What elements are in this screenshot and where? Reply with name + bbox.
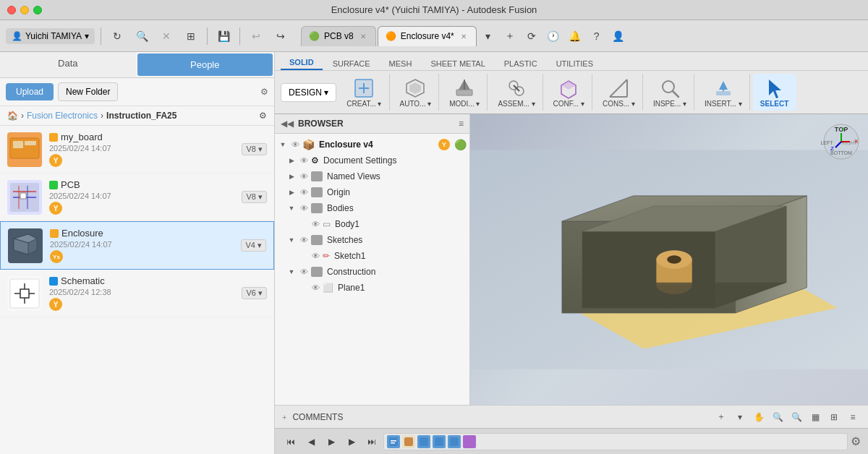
ribbon-assemble-button[interactable]: ASSEM... ▾ — [495, 75, 537, 109]
search-button[interactable]: 🔍 — [132, 26, 152, 46]
ribbon-tab-plastic[interactable]: PLASTIC — [495, 57, 546, 70]
timeline-item-5[interactable] — [448, 435, 461, 448]
pcb-version[interactable]: V8 ▾ — [242, 191, 267, 203]
file-item-schematic[interactable]: Schematic 2025/02/24 12:38 Y V6 ▾ — [0, 270, 274, 317]
file-item-pcb[interactable]: PCB 2025/02/24 14:07 Y V8 ▾ — [0, 174, 274, 221]
breadcrumb-home-icon[interactable]: 🏠 — [7, 111, 18, 121]
timeline-item-1[interactable] — [387, 435, 400, 448]
redo-button[interactable]: ↪ — [271, 26, 291, 46]
account-button[interactable]: 👤 — [608, 26, 629, 46]
timeline-start-button[interactable]: ⏮ — [282, 433, 299, 450]
tree-bodies[interactable]: ▼ 👁 Bodies — [275, 200, 469, 216]
enclosure-version[interactable]: V4 ▾ — [241, 239, 266, 252]
schematic-version[interactable]: V6 ▾ — [242, 287, 267, 299]
construction-eye[interactable]: 👁 — [298, 266, 310, 278]
ribbon-inspect-button[interactable]: INSPE... ▾ — [650, 75, 689, 109]
pcb-tab-close[interactable]: ✕ — [358, 31, 368, 41]
file-item-enclosure[interactable]: Enclosure 2025/02/24 14:07 Ys V4 ▾ — [0, 221, 274, 270]
origin-eye[interactable]: 👁 — [298, 187, 310, 198]
add-comment-button[interactable]: ＋ — [713, 409, 729, 425]
timeline-end-button[interactable]: ⏭ — [363, 433, 380, 450]
ribbon-create-button[interactable]: CREAT... ▾ — [344, 75, 384, 109]
ribbon-tab-surface[interactable]: SURFACE — [324, 57, 379, 70]
browser-collapse-button[interactable]: ◀◀ — [281, 119, 294, 129]
new-tab-button[interactable]: ＋ — [500, 26, 520, 46]
new-folder-button[interactable]: New Folder — [58, 82, 118, 101]
design-dropdown-button[interactable]: DESIGN ▾ — [281, 83, 336, 102]
tree-sketch1[interactable]: 👁 ✏ Sketch1 — [275, 248, 469, 264]
breadcrumb-fusion-electronics[interactable]: Fusion Electronics — [27, 111, 98, 121]
timeline-prev-button[interactable]: ◀ — [302, 433, 320, 450]
ribbon-insert-button[interactable]: INSERT... ▾ — [702, 75, 745, 109]
refresh-cloud-button[interactable]: ⟳ — [522, 26, 542, 46]
ribbon-select-button[interactable]: SELECT — [757, 75, 791, 109]
tab-enclosure[interactable]: 🟠 Enclosure v4* ✕ — [378, 26, 477, 46]
timeline-settings-icon[interactable]: ⚙ — [851, 434, 861, 448]
grid-view-button[interactable]: ⊞ — [826, 409, 842, 425]
zoom-in-button[interactable]: 🔍 — [788, 409, 804, 425]
sketch1-eye[interactable]: 👁 — [310, 250, 321, 262]
pan-tool-button[interactable]: ✋ — [751, 409, 767, 425]
doc-settings-eye[interactable]: 👁 — [298, 155, 310, 166]
named-views-eye[interactable]: 👁 — [298, 171, 310, 182]
display-mode-button[interactable]: ▦ — [807, 409, 823, 425]
doc-settings-toggle[interactable]: ▶ — [286, 155, 297, 166]
timeline-play-button[interactable]: ▶ — [323, 433, 340, 450]
timeline-item-4[interactable] — [433, 435, 446, 448]
list-view-button[interactable]: ≡ — [845, 409, 861, 425]
tab-overflow-button[interactable]: ▾ — [478, 26, 498, 46]
tree-document-settings[interactable]: ▶ 👁 ⚙ Document Settings — [275, 153, 469, 168]
refresh-button[interactable]: ↻ — [107, 26, 127, 46]
ribbon-auto-button[interactable]: AUTO... ▾ — [397, 75, 435, 109]
bodies-toggle[interactable]: ▼ — [286, 203, 297, 213]
save-button[interactable]: 💾 — [213, 26, 234, 46]
minimize-button[interactable] — [20, 6, 29, 14]
ribbon-tab-mesh[interactable]: MESH — [380, 57, 421, 70]
ribbon-tab-utilities[interactable]: UTILITIES — [548, 57, 602, 70]
settings-icon[interactable]: ⚙ — [260, 87, 268, 97]
tree-named-views[interactable]: ▶ 👁 Named Views — [275, 168, 469, 184]
grid-button[interactable]: ⊞ — [181, 26, 201, 46]
named-views-toggle[interactable]: ▶ — [286, 171, 297, 181]
root-toggle-icon[interactable]: ▼ — [278, 140, 288, 150]
construction-toggle[interactable]: ▼ — [286, 267, 297, 277]
ribbon-tab-sheet-metal[interactable]: SHEET METAL — [422, 57, 493, 70]
timeline-item-3[interactable] — [417, 435, 430, 448]
tree-sketches[interactable]: ▼ 👁 Sketches — [275, 232, 469, 248]
browser-menu-button[interactable]: ≡ — [459, 119, 464, 129]
comment-view-button[interactable]: ▾ — [732, 409, 748, 425]
timeline-item-2[interactable] — [402, 435, 415, 448]
maximize-button[interactable] — [33, 6, 42, 14]
tree-construction[interactable]: ▼ 👁 Construction — [275, 264, 469, 280]
close-button[interactable]: ✕ — [156, 26, 176, 46]
people-tab[interactable]: People — [137, 53, 273, 76]
tree-plane1[interactable]: 👁 ⬜ Plane1 — [275, 280, 469, 296]
ribbon-construct-button[interactable]: CONF... ▾ — [550, 75, 587, 109]
root-eye-icon[interactable]: 👁 — [289, 139, 301, 150]
tree-origin[interactable]: ▶ 👁 Origin — [275, 184, 469, 200]
enclosure-tab-close[interactable]: ✕ — [459, 31, 469, 41]
timeline-item-6[interactable] — [463, 435, 476, 448]
viewport-3d[interactable]: TOP BOTTOM LEFT RIGHT X Y — [470, 114, 868, 405]
undo-button[interactable]: ↩ — [246, 26, 266, 46]
my-board-version[interactable]: V8 ▾ — [242, 143, 267, 155]
bodies-eye[interactable]: 👁 — [298, 202, 310, 214]
ribbon-tab-solid[interactable]: SOLID — [281, 56, 323, 70]
upload-button[interactable]: Upload — [6, 83, 54, 100]
close-button[interactable] — [7, 6, 16, 14]
tab-pcb[interactable]: 🟢 PCB v8 ✕ — [301, 26, 376, 46]
tree-body1[interactable]: 👁 ▭ Body1 — [275, 216, 469, 232]
tree-root-item[interactable]: ▼ 👁 📦 Enclosure v4 Y 🟢 — [275, 137, 469, 153]
help-button[interactable]: ? — [587, 26, 607, 46]
timeline-next-button[interactable]: ▶ — [343, 433, 360, 450]
clock-button[interactable]: 🕐 — [543, 26, 563, 46]
user-menu-button[interactable]: 👤 Yuichi TAMIYA ▾ — [6, 28, 95, 44]
expand-comments-icon[interactable]: + — [282, 413, 286, 421]
data-tab[interactable]: Data — [0, 52, 136, 77]
timeline-track[interactable] — [383, 433, 848, 450]
notifications-button[interactable]: 🔔 — [565, 26, 585, 46]
ribbon-modify-button[interactable]: MODI... ▾ — [446, 75, 482, 109]
traffic-lights[interactable] — [7, 6, 42, 14]
body1-eye[interactable]: 👁 — [310, 218, 321, 230]
plane1-eye[interactable]: 👁 — [310, 282, 321, 294]
